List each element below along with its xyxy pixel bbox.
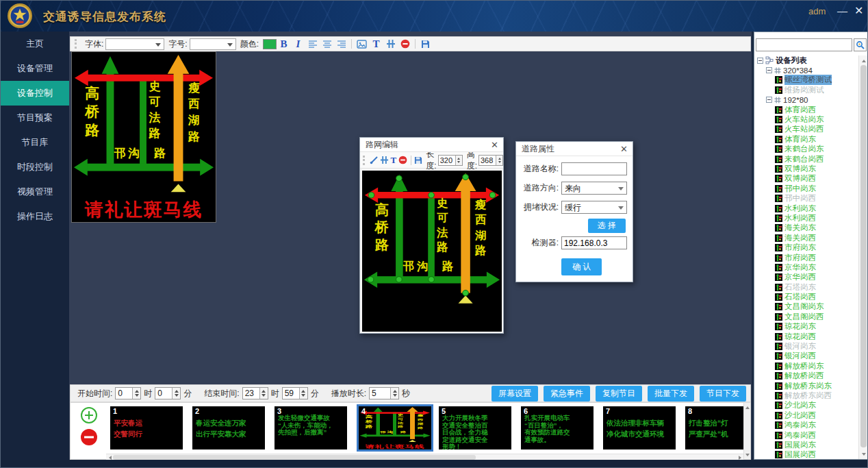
confirm-button[interactable]: 确 认 [561,258,602,275]
bold-icon[interactable]: B [277,38,290,50]
tree-item[interactable]: 鸿泰岗东 [756,420,858,430]
tree-item[interactable]: 海关岗东 [756,223,858,233]
tree-item[interactable]: 解放桥东岗东 [756,381,858,391]
tree-item[interactable]: 解放桥岗西 [756,371,858,381]
congestion-select[interactable]: 缓行 [561,201,627,214]
font-select[interactable] [105,38,164,50]
tree-item[interactable]: 双博岗西 [756,174,858,184]
sign-preview[interactable]: 高桥路史可法路瘦西湖路邗沟路请礼让斑马线 [71,51,216,223]
font-size-select[interactable] [190,38,236,50]
italic-icon[interactable]: I [292,38,305,50]
tree-item[interactable]: 市府岗东 [756,243,858,252]
program-thumbnail-3[interactable]: 发生轻微交通事故“人未伤，车能动，先拍照，后撤离”3 [275,406,347,449]
tree-item[interactable]: 文昌阁岗东 [756,302,858,312]
save-icon[interactable] [419,38,432,50]
align-left-icon[interactable] [306,38,319,50]
detector-input[interactable] [561,236,627,249]
tree-item[interactable]: 沙北岗东 [756,401,858,410]
dialog-titlebar[interactable]: 路网编辑 ✕ [360,138,503,152]
close-icon[interactable]: ✕ [620,142,628,156]
schedule-action-button[interactable]: 紧急事件 [544,386,590,402]
length-input[interactable]: 320 [438,155,463,166]
tree-item[interactable]: 银河岗东 [756,341,858,351]
sidebar-item-节目库[interactable]: 节目库 [1,130,69,155]
tree-item[interactable]: 国展岗东 [756,440,858,449]
strip-vertical-scrollbar[interactable] [743,402,751,460]
duration-input[interactable]: 5 [369,387,399,399]
sidebar-item-设备控制[interactable]: 设备控制 [1,81,69,106]
minimize-button[interactable]: — [837,5,847,17]
start-minute-input[interactable]: 0 [155,387,181,399]
tree-item[interactable]: 螺丝湾桥测试 [756,75,858,85]
tree-item[interactable]: 银河岗西 [756,352,858,361]
insert-text-icon[interactable]: T [370,38,383,50]
delete-icon[interactable] [398,38,411,50]
tree-scroll-thumb[interactable] [860,65,867,447]
road-direction-select[interactable]: 来向 [561,182,627,195]
schedule-action-button[interactable]: 屏幕设置 [492,386,538,402]
tree-item[interactable]: 解放桥东岗西 [756,391,858,400]
sidebar-item-视频管理[interactable]: 视频管理 [1,180,69,204]
road-network-icon[interactable] [384,38,397,50]
height-input[interactable]: 368 [478,155,503,166]
tree-item[interactable]: 琼花岗东 [756,322,858,332]
scroll-down-icon[interactable] [859,451,868,459]
sidebar-item-节目预案[interactable]: 节目预案 [1,106,69,130]
tree-item[interactable]: 来鹤台岗东 [756,145,858,154]
tree-item[interactable]: 邗中岗西 [756,193,858,203]
tree-item[interactable]: 国展岗西 [756,450,858,459]
sidebar-item-操作日志[interactable]: 操作日志 [1,204,69,229]
tree-item[interactable]: 文昌阁岗西 [756,312,858,321]
program-thumbnail-5[interactable]: 大力开展秋冬季交通安全整治百日会战，全力稳定道路交通安全形势！5 [439,406,511,449]
road-network-canvas[interactable]: 高桥路史可法路瘦西湖路邗沟路 [362,171,502,332]
tree-item[interactable]: 192*80 [756,95,858,105]
tree-item[interactable]: 火车站岗西 [756,125,858,134]
close-button[interactable]: ✕ [854,5,863,17]
horizontal-scroll-thumb[interactable] [113,455,476,460]
scroll-up-icon[interactable] [744,403,750,410]
end-hour-input[interactable]: 23 [242,387,268,399]
tree-item[interactable]: 水利岗东 [756,204,858,213]
tree-item[interactable]: 320*384 [756,65,858,75]
tree-item[interactable]: 维扬岗测试 [756,85,858,95]
add-program-button[interactable] [80,406,98,424]
scroll-down-icon[interactable] [744,452,750,459]
tree-item[interactable]: 市府岗西 [756,253,858,262]
tree-item[interactable]: 沙北岗西 [756,410,858,420]
tree-scrollbar[interactable] [858,56,867,459]
end-minute-input[interactable]: 59 [282,387,308,399]
tree-expander-icon[interactable] [766,97,772,103]
tree-item[interactable]: 京华岗东 [756,262,858,272]
tree-item[interactable]: 来鹤台岗西 [756,154,858,164]
align-center-icon[interactable] [320,38,333,50]
color-swatch[interactable] [263,39,277,49]
tree-item[interactable]: 京华岗西 [756,273,858,282]
device-search-input[interactable] [756,38,852,51]
tree-item[interactable]: 设备列表 [756,56,858,65]
road-network-icon[interactable] [380,154,389,167]
tree-item[interactable]: 水利岗西 [756,213,858,223]
schedule-action-button[interactable]: 节目下发 [700,386,746,402]
tree-item[interactable]: 鸿泰岗西 [756,430,858,440]
search-button[interactable] [854,38,867,51]
tree-item[interactable]: 双博岗东 [756,164,858,173]
program-thumbnail-7[interactable]: 依法治理非标车辆净化城市交通环境7 [603,406,676,449]
sidebar-item-时段控制[interactable]: 时段控制 [1,155,69,180]
horizontal-scrollbar[interactable] [106,454,744,460]
scroll-up-icon[interactable] [859,56,868,64]
insert-text-icon[interactable]: T [390,154,397,167]
tree-item[interactable]: 石塔岗西 [756,292,858,301]
tree-item[interactable]: 体育岗东 [756,134,858,144]
insert-image-icon[interactable] [355,38,368,50]
schedule-action-button[interactable]: 批量下发 [648,386,694,402]
program-thumbnail-4[interactable]: 高桥路史可法路瘦西湖路邗沟路请礼让斑马线4 [357,404,433,452]
save-icon[interactable] [414,154,422,167]
program-thumbnail-1[interactable]: 平安春运交警同行1 [110,406,183,449]
tree-item[interactable]: 海关岗西 [756,233,858,243]
dialog-titlebar[interactable]: 道路属性 ✕ [516,142,633,156]
align-right-icon[interactable] [335,38,348,50]
select-detector-button[interactable]: 选 择 [588,219,626,233]
program-thumbnail-6[interactable]: 扎实开展电动车“百日整治”，有效预防道路交通事故。6 [521,406,593,449]
start-hour-input[interactable]: 0 [115,387,141,399]
tree-item[interactable]: 邗中岗东 [756,184,858,193]
